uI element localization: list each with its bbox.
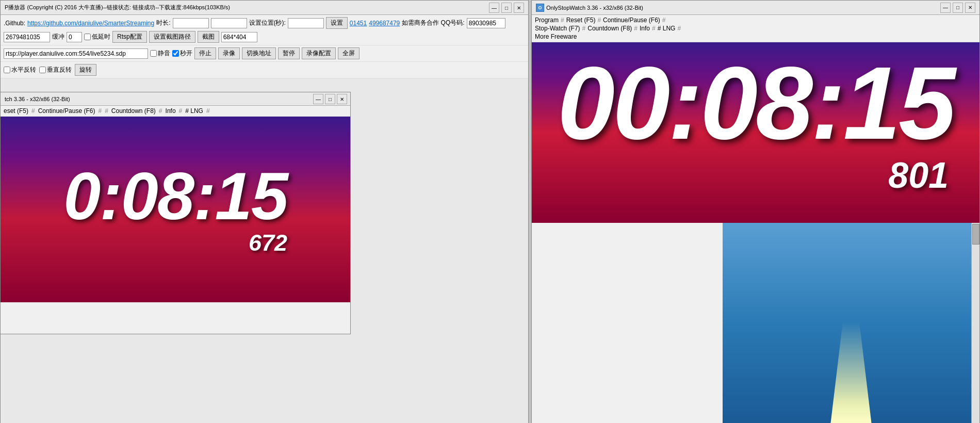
main-title-bar: P播放器 (Copyright (C) 2016 大牛直播)--链接状态: 链接… bbox=[1, 1, 528, 15]
right-menubar: Program # Reset (F5) # Continue/Pause (F… bbox=[532, 15, 979, 42]
main-window-controls: — □ ✕ bbox=[489, 3, 524, 13]
right-menu-row3: More Freeware bbox=[535, 32, 976, 41]
right-menu-program[interactable]: Program bbox=[535, 17, 559, 24]
app-icon-letter: O bbox=[538, 5, 542, 10]
right-menu-freeware[interactable]: More Freeware bbox=[535, 33, 577, 40]
pause-button[interactable]: 暂停 bbox=[278, 47, 300, 59]
right-stopwatch-display: 00:08:15 801 bbox=[532, 42, 979, 223]
mute-label: 静音 bbox=[158, 49, 170, 58]
right-lower-right bbox=[723, 223, 979, 423]
github-link[interactable]: https://github.com/daniulive/SmarterStre… bbox=[27, 20, 154, 27]
scrollbar[interactable] bbox=[971, 223, 979, 423]
right-time-display: 00:08:15 801 bbox=[532, 52, 979, 196]
h-flip-label: 水平反转 bbox=[11, 66, 36, 74]
buffer-label: 缓冲 bbox=[52, 32, 64, 41]
right-menu-countdown[interactable]: Countdown (F8) bbox=[587, 25, 632, 32]
toolbar-row1: .Github: https://github.com/daniulive/Sm… bbox=[1, 15, 528, 45]
overlay-menubar: eset (F5) # Continue/Pause (F6) # # Coun… bbox=[1, 106, 350, 117]
overlay-time-main: 0:08:15 bbox=[63, 162, 287, 230]
scrollbar-thumb[interactable] bbox=[972, 224, 979, 245]
v-flip-label: 垂直反转 bbox=[47, 66, 72, 74]
buffer-input[interactable] bbox=[67, 32, 82, 42]
sec-label: 秒开 bbox=[180, 49, 192, 58]
right-title-text: OnlyStopWatch 3.36 - x32/x86 (32-Bit) bbox=[546, 5, 940, 11]
right-lower-left bbox=[532, 223, 723, 423]
set-button[interactable]: 设置 bbox=[326, 17, 348, 29]
right-title-bar: O OnlyStopWatch 3.36 - x32/x86 (32-Bit) … bbox=[532, 1, 979, 15]
record-config-button[interactable]: 录像配置 bbox=[302, 47, 336, 59]
h-flip-checkbox-label[interactable]: 水平反转 bbox=[4, 66, 36, 74]
right-maximize-button[interactable]: □ bbox=[953, 3, 963, 13]
overlay-menu-info[interactable]: Info bbox=[166, 107, 176, 115]
right-time-main: 00:08:15 bbox=[532, 52, 979, 155]
fullscreen-button[interactable]: 全屏 bbox=[338, 47, 360, 59]
cooperate-label: 如需商务合作 QQ号码: bbox=[402, 19, 464, 27]
low-latency-label: 低延时 bbox=[92, 32, 110, 41]
right-menu-stopwatch[interactable]: Stop-Watch (F7) bbox=[535, 25, 580, 32]
overlay-menu-continue[interactable]: Continue/Pause (F6) bbox=[38, 107, 95, 115]
overlay-stopwatch-display: 0:08:15 672 bbox=[1, 117, 350, 302]
v-flip-checkbox-label[interactable]: 垂直反转 bbox=[39, 66, 72, 74]
v-flip-checkbox[interactable] bbox=[39, 67, 46, 73]
screenshot-button[interactable]: 截图 bbox=[198, 31, 219, 43]
qq-input1[interactable] bbox=[467, 18, 505, 28]
overlay-menu-reset[interactable]: eset (F5) bbox=[4, 107, 28, 115]
url-input[interactable] bbox=[4, 48, 148, 59]
time-input[interactable] bbox=[173, 18, 209, 28]
right-stopwatch-window: O OnlyStopWatch 3.36 - x32/x86 (32-Bit) … bbox=[531, 0, 980, 423]
mute-checkbox[interactable] bbox=[150, 50, 157, 57]
toolbar-row3: 水平反转 垂直反转 旋转 bbox=[1, 62, 528, 78]
pos-label: 设置位置(秒): bbox=[249, 19, 286, 27]
overlay-close-button[interactable]: ✕ bbox=[337, 94, 347, 104]
overlay-stopwatch-window: tch 3.36 - x32/x86 (32-Bit) — □ ✕ eset (… bbox=[0, 92, 351, 334]
switch-address-button[interactable]: 切换地址 bbox=[242, 47, 276, 59]
overlay-minimize-button[interactable]: — bbox=[313, 94, 323, 104]
right-minimize-button[interactable]: — bbox=[940, 3, 951, 13]
right-menu-row2: Stop-Watch (F7) # Countdown (F8) # Info … bbox=[535, 24, 976, 32]
resolution-input[interactable] bbox=[221, 32, 257, 42]
overlay-maximize-button[interactable]: □ bbox=[325, 94, 335, 104]
screenshot-path-button[interactable]: 设置截图路径 bbox=[149, 31, 195, 43]
low-latency-checkbox[interactable] bbox=[84, 34, 91, 40]
maximize-button[interactable]: □ bbox=[501, 3, 512, 13]
right-menu-reset[interactable]: Reset (F5) bbox=[566, 17, 596, 24]
right-close-button[interactable]: ✕ bbox=[965, 3, 975, 13]
time-label: 时长: bbox=[156, 19, 170, 27]
low-latency-checkbox-label[interactable]: 低延时 bbox=[84, 32, 110, 41]
close-button[interactable]: ✕ bbox=[514, 3, 524, 13]
time-input2[interactable] bbox=[211, 18, 247, 28]
overlay-menu-lng[interactable]: # LNG bbox=[185, 107, 203, 115]
overlay-title-bar: tch 3.36 - x32/x86 (32-Bit) — □ ✕ bbox=[1, 92, 350, 106]
app-icon: O bbox=[536, 4, 544, 12]
sec-checkbox-label[interactable]: 秒开 bbox=[172, 49, 192, 58]
toolbar-row2: 静音 秒开 停止 录像 切换地址 暂停 录像配置 全屏 bbox=[1, 45, 528, 62]
overlay-menu-countdown[interactable]: Countdown (F8) bbox=[111, 107, 156, 115]
position-input[interactable] bbox=[288, 18, 324, 28]
rotate-button[interactable]: 旋转 bbox=[75, 64, 96, 76]
rtsp-config-button[interactable]: Rtsp配置 bbox=[112, 31, 147, 43]
overlay-title-text: tch 3.36 - x32/x86 (32-Bit) bbox=[5, 96, 70, 102]
right-menu-row1: Program # Reset (F5) # Continue/Pause (F… bbox=[535, 16, 976, 24]
stop-button[interactable]: 停止 bbox=[194, 47, 216, 59]
main-title-text: P播放器 (Copyright (C) 2016 大牛直播)--链接状态: 链接… bbox=[5, 4, 524, 11]
record-button[interactable]: 录像 bbox=[218, 47, 240, 59]
github-label: .Github: bbox=[4, 20, 25, 27]
qq-link1[interactable]: 01451 bbox=[350, 20, 367, 27]
right-window-controls: — □ ✕ bbox=[940, 3, 975, 13]
right-menu-continue[interactable]: Continue/Pause (F6) bbox=[603, 17, 660, 24]
overlay-time-display: 0:08:15 672 bbox=[63, 162, 287, 256]
right-menu-lng[interactable]: # LNG bbox=[658, 25, 676, 32]
minimize-button[interactable]: — bbox=[489, 3, 499, 13]
right-lower-area bbox=[532, 223, 979, 423]
light-beam bbox=[830, 322, 872, 423]
right-time-sub: 801 bbox=[532, 155, 979, 196]
mute-checkbox-label[interactable]: 静音 bbox=[150, 49, 170, 58]
qq-link2[interactable]: 499687479 bbox=[369, 20, 400, 27]
qq-input2[interactable] bbox=[4, 32, 50, 42]
right-menu-info[interactable]: Info bbox=[640, 25, 650, 32]
overlay-window-controls: — □ ✕ bbox=[313, 94, 347, 104]
h-flip-checkbox[interactable] bbox=[4, 67, 10, 73]
sec-checkbox[interactable] bbox=[172, 50, 179, 57]
